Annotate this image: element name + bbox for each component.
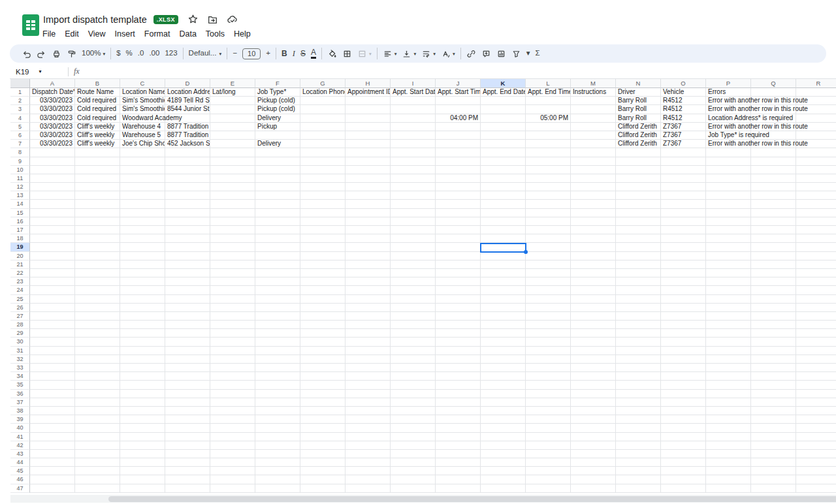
cell-E33[interactable]	[210, 364, 255, 372]
cell-B30[interactable]	[75, 338, 120, 346]
cell-N5[interactable]: Clifford Zerith	[616, 123, 661, 131]
cell-H40[interactable]	[346, 424, 391, 432]
cell-F47[interactable]	[255, 484, 300, 493]
cell-M24[interactable]	[571, 286, 616, 294]
cell-O41[interactable]	[661, 433, 706, 441]
cell-D28[interactable]	[165, 321, 210, 329]
cell-E31[interactable]	[210, 347, 255, 355]
cell-C25[interactable]	[120, 295, 165, 304]
cell-Q32[interactable]	[751, 355, 796, 364]
cell-I45[interactable]	[391, 467, 436, 475]
cell-A24[interactable]	[30, 286, 75, 294]
row-header-2[interactable]: 2	[10, 97, 30, 105]
cell-D5[interactable]: 8877 Tradition R	[165, 123, 210, 131]
cell-H28[interactable]	[346, 321, 391, 329]
cell-P15[interactable]	[706, 209, 751, 217]
cell-D34[interactable]	[165, 372, 210, 381]
row-header-35[interactable]: 35	[10, 381, 30, 389]
cell-K2[interactable]	[481, 97, 526, 105]
cell-E21[interactable]	[210, 260, 255, 269]
cell-E42[interactable]	[210, 441, 255, 450]
cell-Q45[interactable]	[751, 467, 796, 475]
cell-A12[interactable]	[30, 183, 75, 191]
cell-O34[interactable]	[661, 372, 706, 381]
cell-C38[interactable]	[120, 407, 165, 415]
cell-O45[interactable]	[661, 467, 706, 475]
cell-D40[interactable]	[165, 424, 210, 432]
text-rotation-button[interactable]: ▾	[438, 46, 458, 61]
cell-L27[interactable]	[526, 312, 571, 321]
cell-P8[interactable]	[706, 148, 751, 157]
cell-B10[interactable]	[75, 166, 120, 174]
cell-Q40[interactable]	[751, 424, 796, 432]
cell-P43[interactable]	[706, 450, 751, 458]
cell-J15[interactable]	[436, 209, 481, 217]
cell-B19[interactable]	[75, 243, 120, 251]
cell-K19[interactable]	[481, 243, 526, 251]
cell-R39[interactable]	[796, 415, 836, 424]
cell-M47[interactable]	[571, 484, 616, 493]
print-button[interactable]	[49, 46, 64, 61]
cell-O20[interactable]	[661, 252, 706, 260]
cell-J12[interactable]	[436, 183, 481, 191]
cell-K13[interactable]	[481, 191, 526, 200]
cell-C19[interactable]	[120, 243, 165, 251]
cell-D25[interactable]	[165, 295, 210, 304]
cell-G31[interactable]	[300, 347, 346, 355]
cell-R32[interactable]	[796, 355, 836, 364]
cell-H35[interactable]	[346, 381, 391, 389]
cell-Q9[interactable]	[751, 157, 796, 166]
cell-B13[interactable]	[75, 191, 120, 200]
cell-G13[interactable]	[300, 191, 346, 200]
cell-P33[interactable]	[706, 364, 751, 372]
cell-I30[interactable]	[391, 338, 436, 346]
cell-K3[interactable]	[481, 105, 526, 114]
cell-K30[interactable]	[481, 338, 526, 346]
cell-M18[interactable]	[571, 234, 616, 243]
cell-F36[interactable]	[255, 390, 300, 398]
cell-Q36[interactable]	[751, 390, 796, 398]
cell-L31[interactable]	[526, 347, 571, 355]
cell-E30[interactable]	[210, 338, 255, 346]
cell-L17[interactable]	[526, 226, 571, 234]
cell-E1[interactable]: Lat/long	[210, 88, 255, 97]
cell-H41[interactable]	[346, 433, 391, 441]
cell-E29[interactable]	[210, 329, 255, 338]
cell-N24[interactable]	[616, 286, 661, 294]
cell-J26[interactable]	[436, 304, 481, 312]
cell-D31[interactable]	[165, 347, 210, 355]
cell-N44[interactable]	[616, 458, 661, 467]
cell-H38[interactable]	[346, 407, 391, 415]
cell-N46[interactable]	[616, 475, 661, 484]
cell-I16[interactable]	[391, 217, 436, 226]
cell-D23[interactable]	[165, 277, 210, 286]
cell-O8[interactable]	[661, 148, 706, 157]
cell-F9[interactable]	[255, 157, 300, 166]
cell-R10[interactable]	[796, 166, 836, 174]
row-header-24[interactable]: 24	[10, 286, 30, 294]
cell-G14[interactable]	[300, 200, 346, 208]
cell-K26[interactable]	[481, 304, 526, 312]
cell-K33[interactable]	[481, 364, 526, 372]
cell-G12[interactable]	[300, 183, 346, 191]
cell-D45[interactable]	[165, 467, 210, 475]
cell-D6[interactable]: 8877 Tradition R	[165, 131, 210, 140]
column-header-F[interactable]: F	[255, 79, 300, 88]
cell-F32[interactable]	[255, 355, 300, 364]
cell-E7[interactable]	[210, 140, 255, 148]
cell-J47[interactable]	[436, 484, 481, 493]
cell-R34[interactable]	[796, 372, 836, 381]
cell-D38[interactable]	[165, 407, 210, 415]
cell-H36[interactable]	[346, 390, 391, 398]
cell-K21[interactable]	[481, 260, 526, 269]
cell-R22[interactable]	[796, 269, 836, 277]
cell-I35[interactable]	[391, 381, 436, 389]
cell-N26[interactable]	[616, 304, 661, 312]
cell-M15[interactable]	[571, 209, 616, 217]
cell-F45[interactable]	[255, 467, 300, 475]
cell-M2[interactable]	[571, 97, 616, 105]
cell-D17[interactable]	[165, 226, 210, 234]
cell-K18[interactable]	[481, 234, 526, 243]
row-header-27[interactable]: 27	[10, 312, 30, 321]
cell-K8[interactable]	[481, 148, 526, 157]
